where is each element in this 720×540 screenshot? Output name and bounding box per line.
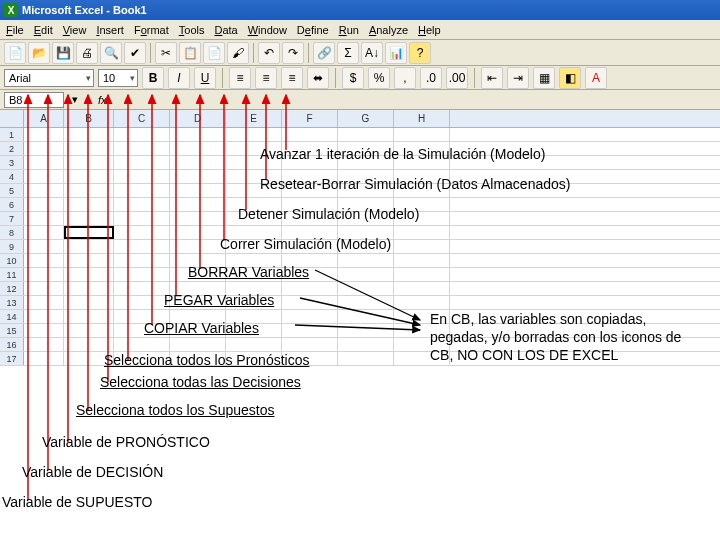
underline-icon[interactable]: U	[194, 67, 216, 89]
italic-icon[interactable]: I	[168, 67, 190, 89]
preview-icon[interactable]: 🔍	[100, 42, 122, 64]
col-G[interactable]: G	[338, 110, 394, 127]
fx-label: fx	[98, 94, 107, 106]
label-pegar: PEGAR Variables	[164, 292, 274, 308]
merge-icon[interactable]: ⬌	[307, 67, 329, 89]
indent-inc-icon[interactable]: ⇥	[507, 67, 529, 89]
copy-icon[interactable]: 📋	[179, 42, 201, 64]
menu-tools[interactable]: Tools	[179, 24, 205, 36]
link-icon[interactable]: 🔗	[313, 42, 335, 64]
help-icon[interactable]: ?	[409, 42, 431, 64]
col-C[interactable]: C	[114, 110, 170, 127]
label-sel-pron: Selecciona todos los Pronósticos	[104, 352, 309, 368]
menu-window[interactable]: Window	[248, 24, 287, 36]
font-size[interactable]: 10	[98, 69, 138, 87]
align-right-icon[interactable]: ≡	[281, 67, 303, 89]
label-avanzar: Avanzar 1 iteración de la Simulación (Mo…	[260, 146, 545, 162]
col-F[interactable]: F	[282, 110, 338, 127]
label-var-sup: Variable de SUPUESTO	[2, 494, 152, 510]
redo-icon[interactable]: ↷	[282, 42, 304, 64]
decdec-icon[interactable]: .00	[446, 67, 468, 89]
label-detener: Detener Simulación (Modelo)	[238, 206, 419, 222]
label-resetear: Resetear-Borrar Simulación (Datos Almace…	[260, 176, 570, 192]
new-icon[interactable]: 📄	[4, 42, 26, 64]
menu-data[interactable]: Data	[214, 24, 237, 36]
border-icon[interactable]: ▦	[533, 67, 555, 89]
menu-analyze[interactable]: Analyze	[369, 24, 408, 36]
menu-view[interactable]: View	[63, 24, 87, 36]
menu-run[interactable]: Run	[339, 24, 359, 36]
percent-icon[interactable]: %	[368, 67, 390, 89]
indent-dec-icon[interactable]: ⇤	[481, 67, 503, 89]
menu-format[interactable]: Format	[134, 24, 169, 36]
label-var-dec: Variable de DECISIÓN	[22, 464, 163, 480]
note-cb: En CB, las variables son copiadas, pegad…	[430, 310, 700, 365]
formula-bar: B8 ▾ fx	[0, 90, 720, 110]
open-icon[interactable]: 📂	[28, 42, 50, 64]
window-title: Microsoft Excel - Book1	[22, 4, 147, 16]
menubar: File Edit View Insert Format Tools Data …	[0, 20, 720, 40]
fontcolor-icon[interactable]: A	[585, 67, 607, 89]
label-copiar: COPIAR Variables	[144, 320, 259, 336]
spell-icon[interactable]: ✔	[124, 42, 146, 64]
label-correr: Correr Simulación (Modelo)	[220, 236, 391, 252]
bold-icon[interactable]: B	[142, 67, 164, 89]
col-B[interactable]: B	[64, 110, 114, 127]
align-center-icon[interactable]: ≡	[255, 67, 277, 89]
col-E[interactable]: E	[226, 110, 282, 127]
titlebar: X Microsoft Excel - Book1	[0, 0, 720, 20]
name-box[interactable]: B8	[4, 92, 64, 108]
label-var-pron: Variable de PRONÓSTICO	[42, 434, 210, 450]
menu-file[interactable]: File	[6, 24, 24, 36]
save-icon[interactable]: 💾	[52, 42, 74, 64]
currency-icon[interactable]: $	[342, 67, 364, 89]
print-icon[interactable]: 🖨	[76, 42, 98, 64]
col-A[interactable]: A	[24, 110, 64, 127]
fill-icon[interactable]: ◧	[559, 67, 581, 89]
menu-help[interactable]: Help	[418, 24, 441, 36]
col-H[interactable]: H	[394, 110, 450, 127]
sort-icon[interactable]: A↓	[361, 42, 383, 64]
paste-icon[interactable]: 📄	[203, 42, 225, 64]
cut-icon[interactable]: ✂	[155, 42, 177, 64]
label-sel-sup: Selecciona todos los Supuestos	[76, 402, 274, 418]
undo-icon[interactable]: ↶	[258, 42, 280, 64]
excel-icon: X	[4, 3, 18, 17]
chart-icon[interactable]: 📊	[385, 42, 407, 64]
col-D[interactable]: D	[170, 110, 226, 127]
comma-icon[interactable]: ,	[394, 67, 416, 89]
align-left-icon[interactable]: ≡	[229, 67, 251, 89]
fmtpaint-icon[interactable]: 🖌	[227, 42, 249, 64]
decinc-icon[interactable]: .0	[420, 67, 442, 89]
menu-edit[interactable]: Edit	[34, 24, 53, 36]
menu-define[interactable]: Define	[297, 24, 329, 36]
label-borrar: BORRAR Variables	[188, 264, 309, 280]
format-toolbar: Arial 10 B I U ≡ ≡ ≡ ⬌ $ % , .0 .00 ⇤ ⇥ …	[0, 66, 720, 90]
sum-icon[interactable]: Σ	[337, 42, 359, 64]
font-name[interactable]: Arial	[4, 69, 94, 87]
standard-toolbar: 📄 📂 💾 🖨 🔍 ✔ ✂ 📋 📄 🖌 ↶ ↷ 🔗 Σ A↓ 📊 ?	[0, 40, 720, 66]
label-sel-dec: Selecciona todas las Decisiones	[100, 374, 301, 390]
menu-insert[interactable]: Insert	[96, 24, 124, 36]
